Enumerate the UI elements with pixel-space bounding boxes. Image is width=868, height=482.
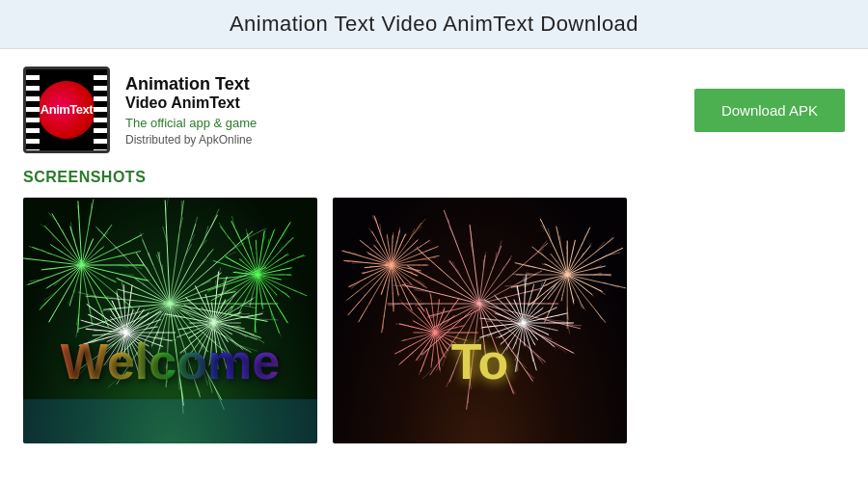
page-title: Animation Text Video AnimText Download xyxy=(19,12,849,37)
screenshot-text-2: To xyxy=(333,333,627,390)
app-details: Animation Text Video AnimText The offici… xyxy=(125,74,694,147)
app-icon-label: AnimText xyxy=(38,81,95,139)
app-name-line1: Animation Text xyxy=(125,74,694,94)
app-info-row: AnimText Animation Text Video AnimText T… xyxy=(23,67,845,153)
page-header: Animation Text Video AnimText Download xyxy=(0,0,868,49)
main-content: AnimText Animation Text Video AnimText T… xyxy=(0,49,868,461)
download-apk-button[interactable]: Download APK xyxy=(694,89,845,132)
app-distributed: Distributed by ApkOnline xyxy=(125,133,694,147)
app-icon: AnimText xyxy=(23,67,110,153)
screenshot-2: To xyxy=(333,198,627,443)
screenshot-text-1: Welcome xyxy=(23,333,317,390)
fireworks-canvas-1 xyxy=(23,198,317,443)
fireworks-canvas-2 xyxy=(333,198,627,443)
screenshots-label: SCREENSHOTS xyxy=(23,169,845,186)
screenshots-row: Welcome To xyxy=(23,198,845,443)
app-tagline: The official app & game xyxy=(125,116,694,130)
screenshot-1: Welcome xyxy=(23,198,317,443)
app-name-line2: Video AnimText xyxy=(125,94,694,112)
